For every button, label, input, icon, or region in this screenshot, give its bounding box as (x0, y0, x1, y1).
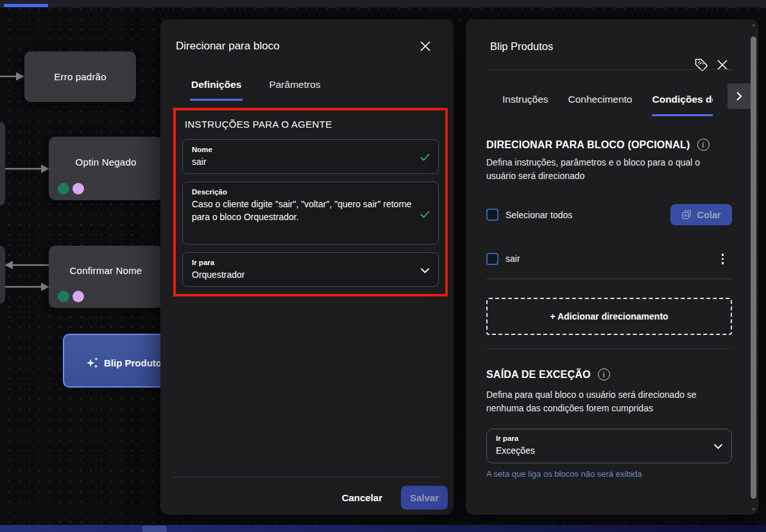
field-label: Descrição (192, 188, 413, 196)
redirect-section-title: DIRECIONAR PARA BLOCO (OPCIONAL) i (486, 139, 710, 151)
valid-check-icon (420, 210, 430, 218)
list-divider (486, 279, 733, 279)
block-label: Blip Produtos (104, 357, 167, 368)
descricao-input-value[interactable]: Caso o cliente digite "sair", "voltar", … (192, 198, 413, 223)
block-optin-negado[interactable]: Optin Negado (49, 137, 163, 200)
paste-button[interactable]: Colar (670, 204, 732, 225)
chevron-down-icon (713, 443, 723, 449)
ir-para-selected-value: Orquestrador (192, 268, 413, 281)
panel-scrollbar[interactable]: ▲ ▼ (750, 22, 756, 511)
modal-tabs: Definições Parâmetros (190, 79, 322, 101)
tab-condicoes[interactable]: Condições de (652, 94, 713, 116)
tab-definicoes[interactable]: Definições (190, 79, 243, 101)
direcionamento-item-row: sair (486, 252, 725, 266)
nome-input-value[interactable]: sair (192, 155, 413, 168)
cancel-button[interactable]: Cancelar (342, 492, 382, 503)
item-label: sair (506, 253, 520, 264)
tab-conhecimento[interactable]: Conhecimento (568, 94, 633, 116)
redirect-section-description: Defina instruções, parâmetros e o bloco … (486, 156, 729, 183)
panel-title: Blip Produtos (490, 40, 553, 53)
field-label: Nome (192, 146, 413, 153)
exception-section-title: SAÍDA DE EXCEÇÃO i (486, 368, 610, 381)
scrollbar-down-arrow[interactable]: ▼ (751, 507, 756, 511)
block-label: Optin Negado (49, 157, 163, 167)
section-divider (486, 348, 733, 349)
green-status-dot (58, 183, 69, 194)
valid-check-icon (420, 153, 430, 161)
instructions-section-title: INSTRUÇÕES PARA O AGENTE (185, 119, 439, 130)
browser-top-strip (0, 0, 766, 8)
direcionar-para-bloco-modal: Direcionar para bloco Definições Parâmet… (160, 19, 454, 515)
scrollbar-up-arrow[interactable]: ▲ (751, 22, 756, 27)
block-partial-left-top[interactable] (0, 122, 5, 205)
footer-divider (173, 477, 439, 477)
block-blip-produtos-selected[interactable]: Blip Produtos (63, 334, 173, 388)
tab-parametros[interactable]: Parâmetros (268, 79, 321, 101)
modal-footer: Cancelar Salvar (342, 485, 448, 510)
chevron-right-icon (736, 91, 742, 101)
block-status-dots (58, 291, 84, 302)
scrollbar-thumb[interactable] (751, 37, 756, 499)
exception-selected-value: Exceções (496, 444, 706, 457)
field-label: Ir para (496, 434, 706, 442)
ai-sparkle-icon (85, 356, 99, 370)
blip-produtos-side-panel: Blip Produtos Instruções Conhecimento Co… (466, 19, 758, 515)
red-highlight-box: INSTRUÇÕES PARA O AGENTE Nome sair Descr… (173, 108, 448, 296)
kebab-menu-icon[interactable] (720, 252, 726, 266)
loading-progress-bar (4, 4, 48, 7)
info-icon[interactable]: i (697, 139, 710, 151)
select-all-checkbox[interactable] (486, 209, 498, 221)
block-confirmar-nome[interactable]: Confirmar Nome (49, 246, 163, 308)
taskbar-app-button[interactable] (142, 526, 167, 532)
select-all-label: Selecionar todos (506, 210, 572, 220)
block-label: Erro padrão (24, 71, 136, 82)
green-status-dot (58, 291, 69, 302)
exception-section-description: Defina para qual bloco o usuário será di… (486, 388, 729, 415)
exception-helper-text: A seta que liga os blocos não será exibi… (486, 469, 642, 479)
item-checkbox[interactable] (486, 253, 498, 265)
select-all-row: Selecionar todos (486, 209, 572, 221)
purple-status-dot (72, 183, 84, 194)
panel-tabs: Instruções Conhecimento Condições de (502, 94, 713, 116)
tab-instrucoes[interactable]: Instruções (502, 94, 549, 116)
block-erro-padrao[interactable]: Erro padrão (24, 51, 136, 102)
block-label: Confirmar Nome (49, 265, 163, 276)
save-button[interactable]: Salvar (401, 486, 448, 510)
purple-status-dot (72, 291, 84, 302)
ir-para-dropdown[interactable]: Ir para Orquestrador (182, 252, 439, 287)
exception-ir-para-dropdown[interactable]: Ir para Exceções (486, 429, 732, 463)
paste-icon (681, 209, 692, 220)
descricao-field[interactable]: Descrição Caso o cliente digite "sair", … (182, 182, 439, 245)
chevron-down-icon (420, 268, 430, 273)
header-divider (486, 69, 733, 70)
nome-field[interactable]: Nome sair (182, 139, 439, 174)
field-label: Ir para (192, 259, 413, 266)
block-partial-left-bottom[interactable] (0, 246, 5, 304)
add-direcionamento-button[interactable]: + Adicionar direcionamento (486, 298, 732, 335)
block-status-dots (58, 183, 84, 194)
info-icon[interactable]: i (598, 368, 610, 381)
taskbar-strip (0, 525, 766, 532)
tabs-scroll-right-button[interactable] (728, 83, 751, 109)
close-icon[interactable] (419, 40, 432, 53)
modal-title: Direcionar para bloco (176, 40, 280, 53)
